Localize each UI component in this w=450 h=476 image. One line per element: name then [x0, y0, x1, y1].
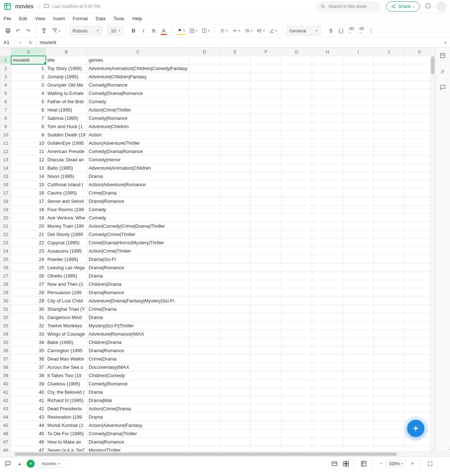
cell[interactable]	[373, 330, 404, 338]
cell[interactable]	[220, 380, 250, 388]
cell[interactable]	[189, 114, 220, 122]
cell[interactable]	[312, 189, 343, 197]
cell[interactable]	[220, 446, 250, 452]
cell[interactable]	[312, 156, 343, 164]
cell[interactable]	[250, 405, 281, 413]
cell[interactable]	[312, 305, 343, 313]
print-button[interactable]	[4, 26, 12, 36]
row-header-36[interactable]: 36	[0, 346, 11, 355]
row-header-33[interactable]: 33	[0, 322, 11, 330]
cell-C25[interactable]: Drama|Sci-Fi	[87, 255, 189, 263]
cell[interactable]	[250, 97, 281, 106]
cell[interactable]	[312, 56, 343, 64]
cell-A46[interactable]: 45	[11, 429, 46, 438]
cell[interactable]	[373, 214, 404, 222]
cell[interactable]	[220, 421, 250, 429]
folder-icon[interactable]	[44, 3, 49, 10]
menu-format[interactable]: Format	[73, 16, 88, 21]
cell[interactable]	[312, 172, 343, 180]
row-header-37[interactable]: 37	[0, 355, 11, 363]
cell[interactable]	[373, 421, 404, 429]
cell[interactable]	[220, 97, 250, 106]
cell[interactable]	[250, 147, 281, 156]
cell[interactable]	[373, 189, 404, 197]
cell-C46[interactable]: Comedy|Drama|Thriller	[87, 429, 189, 438]
cell[interactable]	[189, 338, 220, 346]
cell[interactable]	[281, 338, 312, 346]
borders-button[interactable]	[188, 26, 199, 36]
cell[interactable]	[189, 131, 220, 139]
cell[interactable]	[250, 73, 281, 81]
cell-C18[interactable]: Drama|Romance	[87, 197, 189, 205]
cell[interactable]	[312, 313, 343, 322]
cell-A31[interactable]: 30	[11, 305, 46, 313]
cell-A17[interactable]: 16	[11, 189, 46, 197]
cell-B47[interactable]: How to Make an	[46, 438, 87, 446]
cell[interactable]	[189, 81, 220, 89]
cell-A45[interactable]: 44	[11, 421, 46, 429]
cell-C35[interactable]: Children|Drama	[87, 338, 189, 346]
cell[interactable]	[281, 81, 312, 89]
cell[interactable]	[312, 380, 343, 388]
cell[interactable]	[281, 438, 312, 446]
cell[interactable]	[189, 380, 220, 388]
cell-A20[interactable]: 19	[11, 214, 46, 222]
cell-A47[interactable]: 46	[11, 438, 46, 446]
cell-A7[interactable]: 6	[11, 106, 46, 114]
cell[interactable]	[250, 56, 281, 64]
reading-view-button[interactable]	[330, 459, 339, 468]
cell-A19[interactable]: 18	[11, 205, 46, 214]
cell-A48[interactable]: 47	[11, 446, 46, 452]
cell[interactable]	[220, 239, 250, 247]
row-header-10[interactable]: 10	[0, 131, 11, 139]
cell[interactable]	[373, 405, 404, 413]
cell[interactable]	[281, 156, 312, 164]
cell[interactable]	[281, 297, 312, 305]
cell[interactable]	[250, 180, 281, 189]
cell[interactable]	[189, 288, 220, 297]
row-header-41[interactable]: 41	[0, 388, 11, 396]
cell-C3[interactable]: Adventure|Children|Fantasy	[87, 73, 189, 81]
cell[interactable]	[343, 189, 373, 197]
row-header-7[interactable]: 7	[0, 106, 11, 114]
row-header-46[interactable]: 46	[0, 429, 11, 438]
formula-expand-button[interactable]: ▾	[441, 40, 450, 44]
search-input[interactable]: Search in this sheet	[316, 1, 381, 12]
row-header-12[interactable]: 12	[0, 147, 11, 156]
row-header-31[interactable]: 31	[0, 305, 11, 313]
cell[interactable]	[343, 106, 373, 114]
cell[interactable]	[220, 330, 250, 338]
cell-B22[interactable]: Get Shorty (1995	[46, 230, 87, 239]
cell[interactable]	[220, 280, 250, 288]
cell[interactable]	[312, 413, 343, 421]
cell[interactable]	[343, 197, 373, 205]
cell[interactable]	[220, 189, 250, 197]
cell-C6[interactable]: Comedy	[87, 97, 189, 106]
cell[interactable]	[250, 89, 281, 97]
cell[interactable]	[343, 73, 373, 81]
cell[interactable]	[281, 172, 312, 180]
cell[interactable]	[343, 297, 373, 305]
cell[interactable]	[189, 180, 220, 189]
sheet-tab[interactable]: movies▾	[38, 459, 64, 468]
cell[interactable]	[373, 89, 404, 97]
cell[interactable]	[312, 405, 343, 413]
cell[interactable]	[373, 429, 404, 438]
cell[interactable]	[281, 180, 312, 189]
cell[interactable]	[250, 322, 281, 330]
cell-B31[interactable]: Shanghai Triad (Y	[46, 305, 87, 313]
cell[interactable]	[250, 122, 281, 131]
cell[interactable]	[281, 214, 312, 222]
cell-C37[interactable]: Crime|Drama	[87, 355, 189, 363]
cell[interactable]	[373, 263, 404, 272]
cell-C13[interactable]: Comedy|Horror	[87, 156, 189, 164]
cell-B32[interactable]: Dangerous Mind	[46, 313, 87, 322]
sheets-menu-button[interactable]: ▴	[15, 459, 24, 468]
cell[interactable]	[312, 180, 343, 189]
row-header-9[interactable]: 9	[0, 122, 11, 131]
cell[interactable]	[189, 239, 220, 247]
cell-A38[interactable]: 37	[11, 363, 46, 371]
row-header-34[interactable]: 34	[0, 330, 11, 338]
indent-button[interactable]	[255, 26, 266, 36]
cell[interactable]	[281, 114, 312, 122]
